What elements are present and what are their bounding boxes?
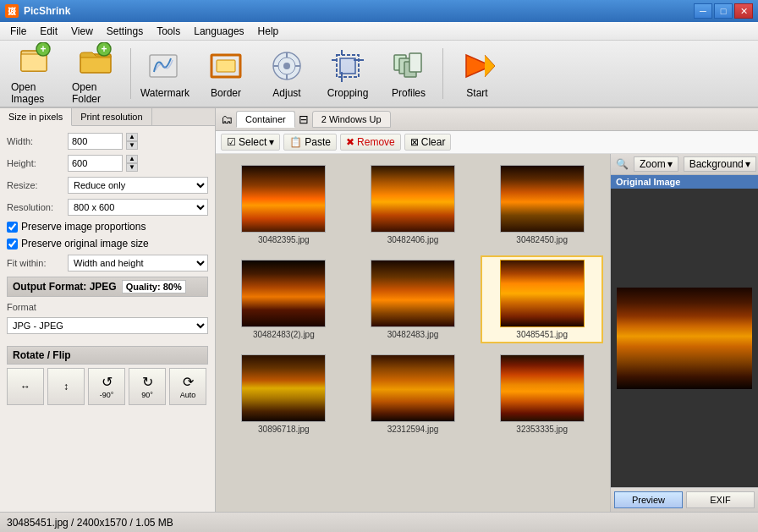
cropping-label: Cropping	[327, 87, 369, 99]
resolution-label: Resolution:	[7, 202, 64, 212]
quality-badge: Quality: 80%	[122, 280, 186, 293]
menu-edit[interactable]: Edit	[33, 22, 64, 40]
height-input[interactable]	[68, 155, 123, 172]
close-button[interactable]: ✕	[734, 3, 753, 19]
image-thumbnail	[371, 354, 455, 422]
tab-container[interactable]: Container	[236, 111, 295, 128]
height-row: Height: ▲ ▼	[7, 155, 208, 172]
list-item[interactable]: 30482483(2).jpg	[222, 255, 345, 343]
rotate-auto-button[interactable]: ⟳ Auto	[169, 368, 206, 405]
watermark-label: Watermark	[140, 87, 190, 99]
resolution-row: Resolution: 800 x 600 1024 x 768 1280 x …	[7, 199, 208, 216]
width-up-button[interactable]: ▲	[126, 133, 138, 141]
cropping-button[interactable]: Cropping	[319, 44, 376, 103]
svg-text:+: +	[40, 43, 46, 55]
zoom-button[interactable]: Zoom ▾	[634, 156, 678, 172]
open-images-icon: +	[18, 42, 53, 78]
open-images-button[interactable]: + Open Images	[7, 44, 64, 103]
preview-panel: 🔍 Zoom ▾ Background ▾ Original Image	[610, 154, 758, 512]
menu-help[interactable]: Help	[251, 22, 286, 40]
magnify-icon: 🔍	[616, 158, 629, 170]
fit-within-select[interactable]: Width and height Width Height	[68, 255, 208, 271]
adjust-button[interactable]: Adjust	[258, 44, 316, 103]
image-filename: 32353335.jpg	[516, 425, 568, 434]
zoom-dropdown-icon: ▾	[667, 158, 673, 170]
panel-tabs: Size in pixels Print resolution	[0, 108, 215, 126]
toolbar-divider-2	[442, 48, 443, 99]
resolution-select[interactable]: 800 x 600 1024 x 768 1280 x 1024	[68, 199, 208, 216]
left-panel: Size in pixels Print resolution Width: ▲…	[0, 108, 216, 512]
flip-horizontal-button[interactable]: ↔	[7, 368, 44, 405]
height-label: Height:	[7, 158, 64, 168]
menu-tools[interactable]: Tools	[150, 22, 187, 40]
tab-size-pixels[interactable]: Size in pixels	[0, 108, 72, 126]
preserve-proportions-checkbox[interactable]	[7, 222, 18, 233]
list-item[interactable]: 32353335.jpg	[481, 350, 603, 438]
rotate-header: Rotate / Flip	[7, 346, 208, 365]
width-input[interactable]	[68, 133, 123, 150]
exif-button[interactable]: EXIF	[686, 491, 755, 508]
main-toolbar: + Open Images + Open Folder Watermark	[0, 41, 758, 108]
resize-row: Resize: Reduce only Stretch Crop Fit	[7, 177, 208, 194]
border-icon	[208, 48, 244, 84]
border-button[interactable]: Border	[197, 44, 255, 103]
list-item[interactable]: 30482406.jpg	[352, 161, 475, 249]
rotate-left-button[interactable]: ↺ -90°	[88, 368, 125, 405]
image-filename: 30482483(2).jpg	[253, 330, 315, 339]
fit-within-label: Fit within:	[7, 258, 64, 268]
menu-file[interactable]: File	[3, 22, 33, 40]
app-title: PicShrink	[24, 5, 70, 17]
list-item[interactable]: 30482483.jpg	[352, 255, 475, 343]
windows-icon: ⊟	[299, 112, 309, 126]
flip-vertical-button[interactable]: ↕	[47, 368, 85, 405]
fit-within-row: Fit within: Width and height Width Heigh…	[7, 255, 208, 271]
svg-rect-9	[217, 60, 235, 72]
select-dropdown-icon: ▾	[269, 136, 274, 148]
list-item[interactable]: 32312594.jpg	[352, 350, 475, 438]
menu-settings[interactable]: Settings	[100, 22, 150, 40]
minimize-button[interactable]: ─	[694, 3, 712, 19]
image-filename: 30896718.jpg	[258, 425, 310, 434]
preserve-original-checkbox[interactable]	[7, 239, 18, 250]
menu-languages[interactable]: Languages	[187, 22, 250, 40]
preview-button[interactable]: Preview	[614, 491, 683, 508]
clear-button[interactable]: ⊠ Clear	[404, 134, 452, 151]
background-button[interactable]: Background ▾	[684, 156, 756, 172]
profiles-button[interactable]: Profiles	[380, 44, 437, 103]
image-filename: 30482483.jpg	[387, 330, 439, 339]
tab-windows-up[interactable]: 2 Windows Up	[312, 111, 391, 128]
preview-footer: Preview EXIF	[611, 487, 758, 512]
width-row: Width: ▲ ▼	[7, 133, 208, 150]
list-item[interactable]: 30485451.jpg	[481, 255, 603, 343]
select-button[interactable]: ☑ Select ▾	[221, 134, 280, 151]
format-label: Format	[7, 302, 64, 312]
profiles-label: Profiles	[392, 87, 426, 99]
paste-icon: 📋	[289, 136, 302, 148]
start-button[interactable]: Start	[448, 44, 506, 103]
open-folder-button[interactable]: + Open Folder	[68, 44, 125, 103]
start-label: Start	[466, 87, 487, 99]
preserve-proportions-row: Preserve image proportions	[7, 221, 208, 233]
height-up-button[interactable]: ▲	[126, 155, 138, 163]
background-label: Background	[689, 158, 744, 170]
main-layout: Size in pixels Print resolution Width: ▲…	[0, 108, 758, 512]
watermark-button[interactable]: Watermark	[136, 44, 194, 103]
height-down-button[interactable]: ▼	[126, 163, 138, 172]
tab-print-resolution[interactable]: Print resolution	[72, 108, 151, 125]
adjust-icon	[269, 48, 305, 84]
list-item[interactable]: 30896718.jpg	[222, 350, 345, 438]
resize-select[interactable]: Reduce only Stretch Crop Fit	[68, 177, 208, 194]
list-item[interactable]: 30482395.jpg	[222, 161, 345, 249]
paste-button[interactable]: 📋 Paste	[283, 134, 337, 151]
maximize-button[interactable]: □	[714, 3, 733, 19]
border-label: Border	[211, 87, 241, 99]
format-select[interactable]: JPG - JPEG PNG BMP TIFF	[7, 317, 208, 334]
width-down-button[interactable]: ▼	[126, 141, 138, 150]
image-filename: 30485451.jpg	[516, 330, 568, 339]
status-text: 30485451.jpg / 2400x1570 / 1.05 MB	[7, 517, 173, 529]
remove-button[interactable]: ✖ Remove	[340, 134, 401, 151]
menu-view[interactable]: View	[64, 22, 100, 40]
svg-rect-26	[409, 53, 421, 72]
rotate-right-button[interactable]: ↻ 90°	[129, 368, 166, 405]
list-item[interactable]: 30482450.jpg	[481, 161, 603, 249]
